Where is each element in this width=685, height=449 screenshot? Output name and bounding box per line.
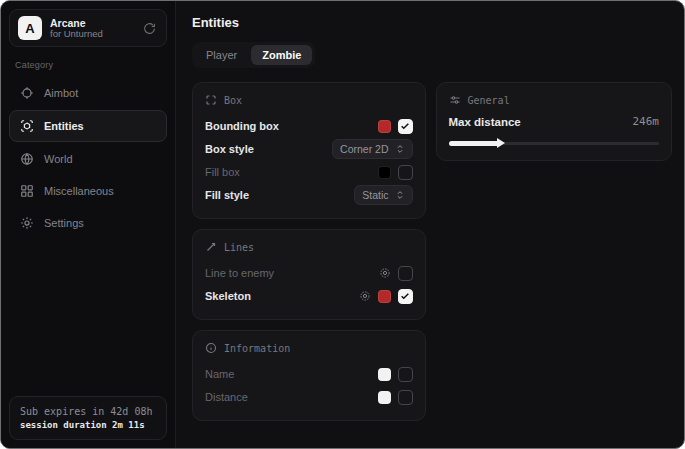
sidebar-item-world[interactable]: World [9, 144, 167, 174]
session-duration-text: session duration 2m 11s [20, 419, 156, 433]
lines-card: Lines Line to enemy [192, 229, 426, 320]
setting-row: Box style Corner 2D [205, 138, 413, 160]
main-content: Entities Player Zombie Box Bounding box [176, 1, 684, 448]
check-icon [400, 291, 410, 301]
tab-player[interactable]: Player [195, 45, 248, 65]
sidebar: A Arcane for Unturned Category Aimbot [1, 1, 176, 448]
general-card-header: General [449, 94, 659, 106]
checkbox-unchecked[interactable] [398, 266, 413, 281]
subscription-info-card: Sub expires in 42d 08h session duration … [9, 396, 167, 441]
setting-label: Box style [205, 143, 332, 155]
setting-label: Line to enemy [205, 267, 379, 279]
color-swatch[interactable] [378, 120, 391, 133]
setting-row: Bounding box [205, 115, 413, 137]
sliders-icon [449, 94, 461, 106]
diagonal-line-icon [205, 241, 217, 253]
setting-label: Bounding box [205, 120, 378, 132]
left-column: Box Bounding box [192, 82, 426, 421]
sidebar-nav: Aimbot Entities World Miscellaneous [9, 78, 167, 238]
scan-frame-icon [205, 94, 217, 106]
dropdown-value: Corner 2D [340, 143, 388, 155]
general-card: General Max distance 246m [436, 82, 672, 161]
setting-row: Name [205, 363, 413, 385]
refresh-icon [143, 22, 156, 35]
row-settings-button[interactable] [359, 290, 371, 302]
refresh-button[interactable] [141, 20, 158, 37]
setting-row: Distance [205, 386, 413, 408]
checkbox-unchecked[interactable] [398, 165, 413, 180]
checkbox-unchecked[interactable] [398, 367, 413, 382]
setting-row: Line to enemy [205, 262, 413, 284]
box-card-header: Box [205, 94, 413, 106]
card-title: Lines [224, 242, 254, 253]
sidebar-item-label: Miscellaneous [44, 185, 114, 197]
slider-fill [449, 141, 502, 146]
app-header-card: A Arcane for Unturned [9, 9, 167, 47]
max-distance-row: Max distance 246m [449, 115, 659, 128]
setting-row: Fill box [205, 161, 413, 183]
sidebar-item-miscellaneous[interactable]: Miscellaneous [9, 176, 167, 206]
sidebar-item-label: Aimbot [44, 87, 78, 99]
information-card: Information Name Distance [192, 330, 426, 421]
slider-handle[interactable] [497, 138, 505, 148]
app-titles: Arcane for Unturned [50, 17, 133, 40]
gear-icon [20, 216, 34, 230]
max-distance-slider[interactable] [449, 138, 659, 148]
box-card: Box Bounding box [192, 82, 426, 219]
checkbox-checked[interactable] [398, 119, 413, 134]
app-name: Arcane [50, 17, 133, 29]
gear-icon [379, 267, 391, 279]
app-window: A Arcane for Unturned Category Aimbot [0, 0, 685, 449]
setting-row: Skeleton [205, 285, 413, 307]
setting-label: Fill box [205, 166, 378, 178]
crosshair-icon [20, 86, 34, 100]
card-title: General [468, 95, 510, 106]
box-style-dropdown[interactable]: Corner 2D [332, 139, 412, 159]
sidebar-item-label: Entities [44, 120, 84, 132]
slider-value: 246m [633, 115, 660, 128]
checkbox-checked[interactable] [398, 289, 413, 304]
checkbox-unchecked[interactable] [398, 390, 413, 405]
tab-group: Player Zombie [192, 42, 315, 68]
fill-style-dropdown[interactable]: Static [354, 185, 412, 205]
setting-label: Skeleton [205, 290, 359, 302]
color-swatch[interactable] [378, 290, 391, 303]
color-swatch[interactable] [378, 391, 391, 404]
setting-row: Fill style Static [205, 184, 413, 206]
app-logo: A [18, 16, 42, 40]
info-icon [205, 342, 217, 354]
grid-icon [20, 184, 34, 198]
color-swatch[interactable] [378, 368, 391, 381]
sidebar-item-label: Settings [44, 217, 84, 229]
slider-label: Max distance [449, 116, 633, 128]
dropdown-value: Static [362, 189, 388, 201]
card-title: Information [224, 343, 290, 354]
page-title: Entities [192, 15, 672, 30]
sub-expiry-text: Sub expires in 42d 08h [20, 404, 156, 419]
cube-scan-icon [20, 119, 34, 133]
app-subtitle: for Unturned [50, 29, 133, 40]
sidebar-item-entities[interactable]: Entities [9, 110, 167, 142]
setting-label: Distance [205, 391, 378, 403]
row-settings-button[interactable] [379, 267, 391, 279]
color-swatch[interactable] [378, 166, 391, 179]
gear-icon [359, 290, 371, 302]
sidebar-item-aimbot[interactable]: Aimbot [9, 78, 167, 108]
sidebar-item-settings[interactable]: Settings [9, 208, 167, 238]
information-card-header: Information [205, 342, 413, 354]
globe-icon [20, 152, 34, 166]
card-title: Box [224, 95, 242, 106]
setting-label: Fill style [205, 189, 354, 201]
category-label: Category [15, 60, 161, 70]
sidebar-item-label: World [44, 153, 73, 165]
setting-label: Name [205, 368, 378, 380]
chevrons-up-down-icon [395, 190, 405, 200]
tab-zombie[interactable]: Zombie [251, 45, 312, 65]
lines-card-header: Lines [205, 241, 413, 253]
check-icon [400, 121, 410, 131]
chevrons-up-down-icon [395, 144, 405, 154]
card-columns: Box Bounding box [192, 82, 672, 421]
right-column: General Max distance 246m [436, 82, 672, 161]
